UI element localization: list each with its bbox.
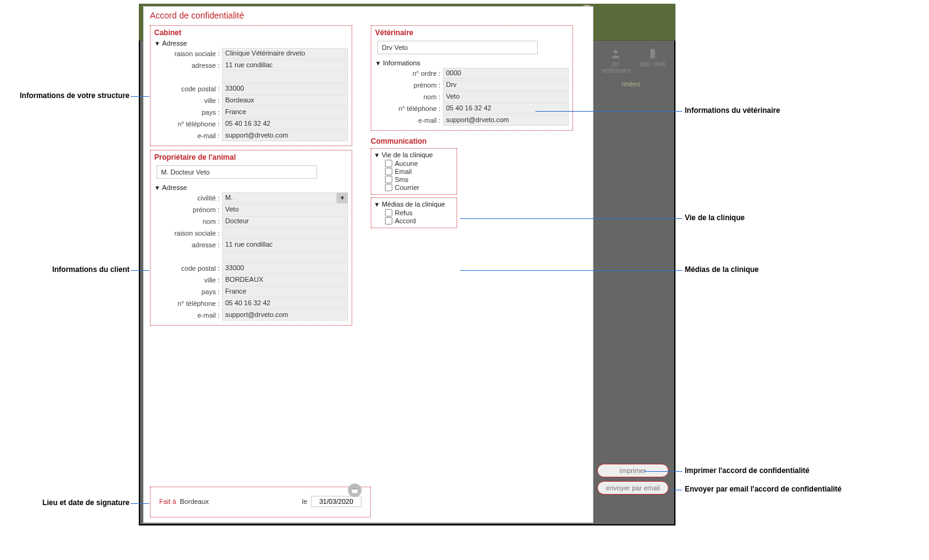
cabinet-adresse-label: adresse : <box>154 62 222 69</box>
media-refus-checkbox[interactable] <box>385 209 392 216</box>
leader-line <box>131 96 149 97</box>
owner-civ-label: civilité : <box>154 194 222 202</box>
vet-tel-input[interactable]: 05 40 16 32 42 <box>443 103 569 114</box>
annot-vie: Vie de la clinique <box>685 213 745 222</box>
vet-nom-label: nom : <box>375 93 443 101</box>
media-clinique-box: Médias de la clinique Refus Accord <box>371 197 457 228</box>
cabinet-cp-label: code postal : <box>154 85 222 93</box>
lieu-value: Bordeaux <box>180 498 209 505</box>
owner-tel-input[interactable]: 05 40 16 32 42 <box>222 298 348 309</box>
bg-donnees-label: nnées <box>622 80 907 88</box>
leader-line <box>460 218 682 219</box>
owner-adresse-head[interactable]: Adresse <box>154 184 348 191</box>
calendar-icon[interactable] <box>348 484 361 497</box>
vet-tel-label: n° téléphone : <box>375 105 443 112</box>
vie-aucune-checkbox[interactable] <box>385 160 392 167</box>
owner-nom-label: nom : <box>154 218 222 225</box>
leader-line <box>535 111 682 112</box>
annot-client: Informations du client <box>0 265 130 274</box>
owner-adresse-label: adresse : <box>154 241 222 249</box>
leader-line <box>460 270 682 271</box>
print-button[interactable]: imprimer <box>597 464 669 477</box>
vie-courrier-checkbox[interactable] <box>385 184 392 191</box>
annot-email: Envoyer par email l'accord de confidenti… <box>685 485 841 493</box>
vet-prenom-input[interactable]: Drv <box>443 80 569 91</box>
vet-box: Vétérinaire Informations n° ordre :0000 … <box>371 25 573 131</box>
comm-title: Communication <box>371 137 573 146</box>
owner-raison-label: raison sociale : <box>154 229 222 237</box>
vet-info-head[interactable]: Informations <box>375 59 569 67</box>
cabinet-box: Cabinet Adresse raison sociale :Clinique… <box>150 25 352 146</box>
cabinet-raison-label: raison sociale : <box>154 50 222 57</box>
cabinet-email-input[interactable]: support@drveto.com <box>222 130 348 141</box>
owner-email-input[interactable]: support@drveto.com <box>222 310 348 321</box>
owner-nom-input[interactable]: Docteur <box>222 216 348 227</box>
date-input[interactable] <box>311 496 361 507</box>
cabinet-adresse2-input[interactable] <box>222 72 348 83</box>
cabinet-raison-input[interactable]: Clinique Vétérinaire drveto <box>222 48 348 59</box>
vet-email-input[interactable]: support@drveto.com <box>443 115 569 126</box>
vet-name-input[interactable] <box>378 41 538 54</box>
owner-raison-input[interactable] <box>222 228 348 239</box>
vet-ordre-label: n° ordre : <box>375 70 443 77</box>
vie-courrier-label: Courrier <box>395 184 419 191</box>
owner-email-label: e-mail : <box>154 311 222 319</box>
media-accord-label: Accord <box>395 217 416 224</box>
vie-email-checkbox[interactable] <box>385 168 392 175</box>
vie-clinique-box: Vie de la clinique Aucune Email Sms Cour… <box>371 148 457 195</box>
owner-prenom-input[interactable]: Veto <box>222 204 348 215</box>
cabinet-title: Cabinet <box>154 28 348 37</box>
communication-section: Communication Vie de la clinique Aucune … <box>371 137 573 228</box>
fait-a-label: Fait à <box>159 498 176 505</box>
cabinet-tel-label: n° téléphone : <box>154 120 222 128</box>
cabinet-ville-label: ville : <box>154 97 222 104</box>
owner-tel-label: n° téléphone : <box>154 300 222 307</box>
vie-sms-checkbox[interactable] <box>385 176 392 183</box>
cabinet-cp-input[interactable]: 33000 <box>222 83 348 94</box>
owner-name-input[interactable] <box>157 165 317 179</box>
le-label: le <box>302 498 307 505</box>
vet-prenom-label: prénom : <box>375 81 443 89</box>
mobile-app-icon: app. mob <box>639 48 666 74</box>
cabinet-pays-label: pays : <box>154 109 222 116</box>
annot-structure: Informations de votre structure <box>0 91 130 100</box>
owner-cp-input[interactable]: 33000 <box>222 263 348 274</box>
owner-prenom-label: prénom : <box>154 206 222 213</box>
svg-rect-1 <box>650 49 655 59</box>
owner-civ-select[interactable]: M.▼ <box>222 192 348 204</box>
media-accord-checkbox[interactable] <box>385 217 392 224</box>
vet-poste-icon: ste vétérinaire <box>602 48 629 74</box>
cabinet-tel-input[interactable]: 05 40 16 32 42 <box>222 118 348 130</box>
vie-email-label: Email <box>395 168 412 175</box>
svg-point-0 <box>614 50 617 54</box>
cabinet-ville-input[interactable]: Bordeaux <box>222 95 348 106</box>
chevron-down-icon[interactable]: ▼ <box>337 192 348 204</box>
media-clinique-head[interactable]: Médias de la clinique <box>374 200 454 208</box>
owner-adresse2-input[interactable] <box>222 251 348 262</box>
owner-pays-label: pays : <box>154 288 222 295</box>
leader-line <box>644 471 682 472</box>
annot-print: Imprimer l'accord de confidentialité <box>685 466 809 475</box>
owner-ville-input[interactable]: BORDEAUX <box>222 274 348 286</box>
owner-ville-label: ville : <box>154 276 222 284</box>
cabinet-pays-input[interactable]: France <box>222 107 348 118</box>
vie-clinique-head[interactable]: Vie de la clinique <box>374 151 454 159</box>
owner-pays-input[interactable]: France <box>222 286 348 297</box>
vet-ordre-input[interactable]: 0000 <box>443 68 569 79</box>
app-toolbar-icons: ste vétérinaire app. mob <box>602 48 924 74</box>
cabinet-adresse-input[interactable]: 11 rue condillac <box>222 60 348 71</box>
owner-adresse-input[interactable]: 11 rue condillac <box>222 239 348 250</box>
vet-nom-input[interactable]: Veto <box>443 91 569 102</box>
cabinet-adresse-head[interactable]: Adresse <box>154 39 348 47</box>
vet-title: Vétérinaire <box>375 28 569 37</box>
action-buttons: imprimer envoyer par email <box>597 464 669 498</box>
media-refus-label: Refus <box>395 209 413 216</box>
send-email-button[interactable]: envoyer par email <box>597 481 669 495</box>
vet-email-label: e-mail : <box>375 117 443 124</box>
annot-media: Médias de la clinique <box>685 265 759 274</box>
leader-line <box>131 270 149 271</box>
annot-signature: Lieu et date de signature <box>0 498 130 507</box>
leader-line <box>671 490 682 490</box>
signature-box: Fait à Bordeaux le <box>150 487 371 517</box>
owner-cp-label: code postal : <box>154 265 222 272</box>
